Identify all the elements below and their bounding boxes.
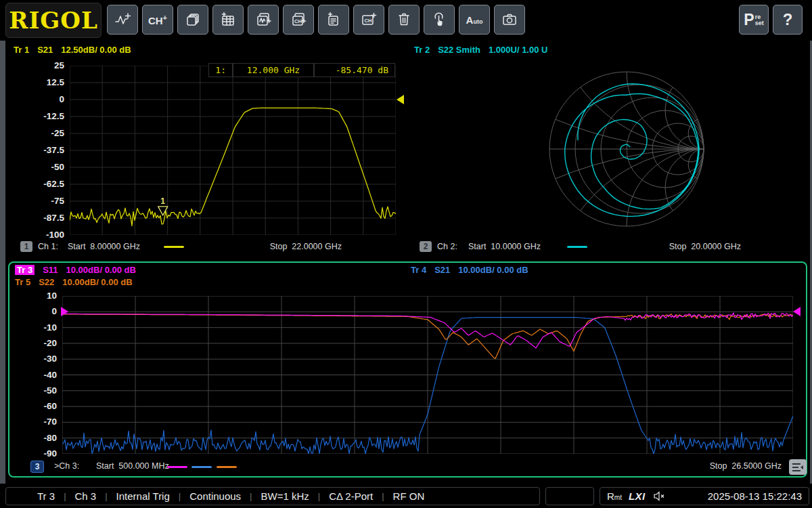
channel3-stop: Stop 26.5000 GHz xyxy=(694,461,782,471)
status-separator: | xyxy=(318,491,320,501)
channel-windows-button[interactable]: CH xyxy=(283,5,314,35)
tr4-scale: 10.00dB/ 0.00 dB xyxy=(458,265,528,275)
help-icon: ? xyxy=(783,10,793,29)
channel3-badge[interactable]: 3 xyxy=(30,461,44,473)
y-axis-tick: -80 xyxy=(16,433,57,443)
add-channel-window-button[interactable]: CH xyxy=(353,5,384,35)
speaker-muted-icon[interactable] xyxy=(654,491,665,501)
panel3-plot[interactable] xyxy=(62,296,793,454)
panel1-reference-arrow[interactable] xyxy=(397,95,404,104)
status-separator: | xyxy=(250,491,252,501)
window-ch-plus-icon: CH xyxy=(360,11,378,28)
status-item[interactable]: Internal Trig xyxy=(116,490,170,502)
panel2-trace-label: Tr 2 xyxy=(414,45,430,55)
vna-screen: RIGOL CH+CHCHAuto P reset ? Tr 1 S21 12.… xyxy=(0,0,812,508)
touch-button[interactable] xyxy=(424,5,455,35)
panel2-header[interactable]: Tr 2 S22 Smith 1.000U/ 1.00 U xyxy=(414,45,547,55)
y-axis-tick: -70 xyxy=(16,417,57,427)
status-item[interactable]: RF ON xyxy=(393,490,425,502)
smith-chart[interactable] xyxy=(536,58,717,240)
touch-icon xyxy=(430,11,448,28)
windows-ch-icon: CH xyxy=(290,11,307,28)
panel3-traces-svg xyxy=(62,296,793,454)
y-axis-tick: -60 xyxy=(16,401,57,411)
trace-windows-button[interactable] xyxy=(248,5,279,35)
screenshot-button[interactable] xyxy=(494,5,525,35)
status-separator: | xyxy=(179,491,181,501)
status-separator: | xyxy=(382,491,384,501)
delete-button[interactable] xyxy=(388,5,420,35)
stacked-windows-icon xyxy=(184,11,202,28)
status-bar-spare xyxy=(545,487,594,505)
tr5-legend-dash xyxy=(217,466,237,468)
y-axis-tick: -20 xyxy=(16,338,57,348)
channel3-start: Start 500.000 MHz xyxy=(96,461,169,471)
svg-text:CH: CH xyxy=(294,18,302,24)
expand-menu-button[interactable] xyxy=(789,459,807,475)
list-plus-icon xyxy=(325,11,342,28)
status-separator: | xyxy=(64,491,66,501)
tr4-trace-label: Tr 4 xyxy=(411,265,426,275)
channel1-start: Start 8.00000 GHz xyxy=(68,242,140,251)
panel2-measurement: S22 Smith xyxy=(438,45,480,55)
panel3-header-tr4[interactable]: Tr 4 S21 10.00dB/ 0.00 dB xyxy=(411,265,528,275)
tr5-scale: 10.00dB/ 0.00 dB xyxy=(62,277,132,287)
channel2-label: Ch 2: xyxy=(437,242,457,251)
y-axis-tick: 0 xyxy=(16,306,57,316)
marker-frequency: 12.000 GHz xyxy=(233,63,314,77)
tr4-measurement: S21 xyxy=(434,265,450,275)
statusbar-items: Tr 3|Ch 3|Internal Trig|Continuous|BW=1 … xyxy=(37,490,424,502)
remote-indicator: Rmt xyxy=(607,490,622,502)
waveform-plus-icon xyxy=(114,11,131,28)
add-channel-button[interactable]: CH+ xyxy=(142,5,173,35)
left-edge-strip xyxy=(0,41,5,484)
toolbar: CH+CHCHAuto xyxy=(107,5,525,35)
auto-icon: Auto xyxy=(466,14,483,26)
status-bar-left: Tr 3|Ch 3|Internal Trig|Continuous|BW=1 … xyxy=(5,487,540,505)
trace2-legend-dash xyxy=(567,246,587,248)
trace1-legend-dash xyxy=(164,246,184,248)
preset-icon: P reset xyxy=(744,11,763,29)
y-axis-tick: -30 xyxy=(16,354,57,364)
menu-expand-icon xyxy=(792,463,804,472)
add-trace-button[interactable] xyxy=(107,5,138,35)
status-item[interactable]: Tr 3 xyxy=(37,490,55,502)
marker-value: -85.470 dB xyxy=(314,63,395,77)
channel2-stop: Stop 20.0000 GHz xyxy=(653,242,741,251)
status-item[interactable]: Continuous xyxy=(189,490,241,502)
panel3-reference-arrow-right[interactable] xyxy=(793,307,800,316)
y-axis-tick: -90 xyxy=(16,448,57,459)
status-item[interactable]: BW=1 kHz xyxy=(261,490,309,502)
svg-text:1: 1 xyxy=(160,196,165,206)
datetime-display: 2025-08-13 15:22:43 xyxy=(708,490,802,502)
panel1-plot[interactable]: 1 1: 12.000 GHz -85.470 dB xyxy=(70,66,396,235)
panel3-reference-arrow-left[interactable] xyxy=(61,307,68,316)
panel3-yticks: 100-10-20-30-40-50-60-70-80-90 xyxy=(16,0,57,508)
marker-id: 1: xyxy=(208,63,233,77)
status-item[interactable]: CΔ 2-Port xyxy=(329,490,373,502)
y-axis-tick: -40 xyxy=(16,370,57,380)
preset-button[interactable]: P reset xyxy=(739,5,769,35)
status-item[interactable]: Ch 3 xyxy=(75,490,97,502)
trash-icon xyxy=(395,11,413,28)
y-axis-tick: -10 xyxy=(16,322,57,333)
channel1-stop: Stop 22.0000 GHz xyxy=(254,242,342,251)
window-layout-button[interactable] xyxy=(177,5,208,35)
channel3-label: >Ch 3: xyxy=(54,461,79,471)
lxi-indicator: LXI xyxy=(629,490,646,502)
windows-waveform-icon xyxy=(254,11,272,28)
smith-grid xyxy=(536,58,717,240)
panel1-scale: 12.50dB/ 0.00 dB xyxy=(61,45,131,55)
auto-scale-button[interactable]: Auto xyxy=(459,5,490,35)
add-sheet-button[interactable] xyxy=(212,5,244,35)
y-axis-tick: 10 xyxy=(16,291,57,301)
panel1-trace-svg: 1 xyxy=(70,66,396,235)
svg-text:CH: CH xyxy=(365,18,372,24)
tr3-legend-dash xyxy=(167,466,187,468)
table-plus-icon xyxy=(219,11,237,28)
help-button[interactable]: ? xyxy=(773,5,803,35)
channel2-badge[interactable]: 2 xyxy=(420,241,432,252)
marker-readout: 1: 12.000 GHz -85.470 dB xyxy=(208,63,395,77)
measurement-list-button[interactable] xyxy=(318,5,349,35)
tr3-scale: 10.00dB/ 0.00 dB xyxy=(66,265,136,275)
